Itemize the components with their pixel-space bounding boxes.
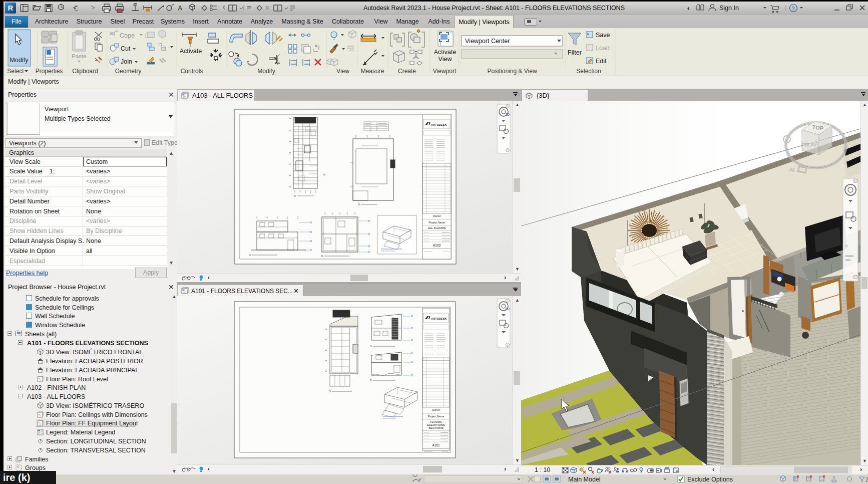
svg-text:Cope: Cope [120, 32, 135, 39]
svg-text:Geometry: Geometry [115, 68, 142, 75]
svg-text:Main Model: Main Model [568, 476, 601, 483]
svg-text:Owner: Owner [432, 408, 440, 411]
svg-text:Create: Create [398, 68, 416, 75]
svg-text:View: View [336, 68, 349, 75]
svg-text:Save: Save [596, 32, 610, 39]
svg-text:A103: A103 [433, 244, 441, 247]
svg-text:Activate: Activate [434, 49, 457, 56]
svg-text:Modify: Modify [10, 57, 29, 64]
svg-text:ELEVATIONS: ELEVATIONS [427, 423, 445, 426]
svg-text:Selection: Selection [576, 68, 601, 75]
svg-text:?: ? [792, 6, 795, 12]
svg-text:Measure: Measure [361, 68, 384, 75]
svg-text:Join: Join [121, 58, 132, 65]
svg-text:Properties: Properties [36, 68, 63, 75]
svg-text:Load: Load [596, 45, 610, 52]
svg-text:Filter: Filter [568, 49, 582, 56]
svg-text:Edit: Edit [596, 58, 607, 65]
svg-text:2: 2 [865, 477, 868, 482]
svg-text:Project Name: Project Name [428, 415, 445, 418]
svg-text:Activate: Activate [180, 48, 202, 55]
svg-text:Select: Select [7, 68, 24, 75]
svg-text:Controls: Controls [181, 68, 203, 75]
svg-text:Owner: Owner [433, 214, 441, 217]
svg-text:Positioning & View: Positioning & View [487, 68, 537, 75]
svg-text:AUTODESK: AUTODESK [431, 317, 447, 320]
svg-text:Viewport Center: Viewport Center [465, 38, 510, 45]
svg-text:ALL FLOORS: ALL FLOORS [428, 226, 446, 229]
svg-text:Clipboard: Clipboard [72, 68, 98, 75]
svg-text:A101: A101 [432, 443, 440, 447]
svg-text:Viewport: Viewport [433, 68, 457, 75]
svg-text:Paste: Paste [72, 53, 86, 59]
svg-text:A: A [178, 4, 183, 12]
svg-text:Cut: Cut [121, 45, 131, 52]
svg-text:SECTIONS: SECTIONS [428, 426, 444, 429]
svg-text:Project Name: Project Name [428, 221, 445, 224]
svg-text:FLOORS: FLOORS [430, 420, 442, 423]
svg-text:AUTODESK: AUTODESK [431, 123, 447, 126]
svg-text:View: View [439, 56, 453, 63]
svg-text:Modify: Modify [257, 68, 275, 75]
svg-text:Sign In: Sign In [719, 5, 739, 12]
svg-text:Exclude Options: Exclude Options [687, 476, 733, 483]
